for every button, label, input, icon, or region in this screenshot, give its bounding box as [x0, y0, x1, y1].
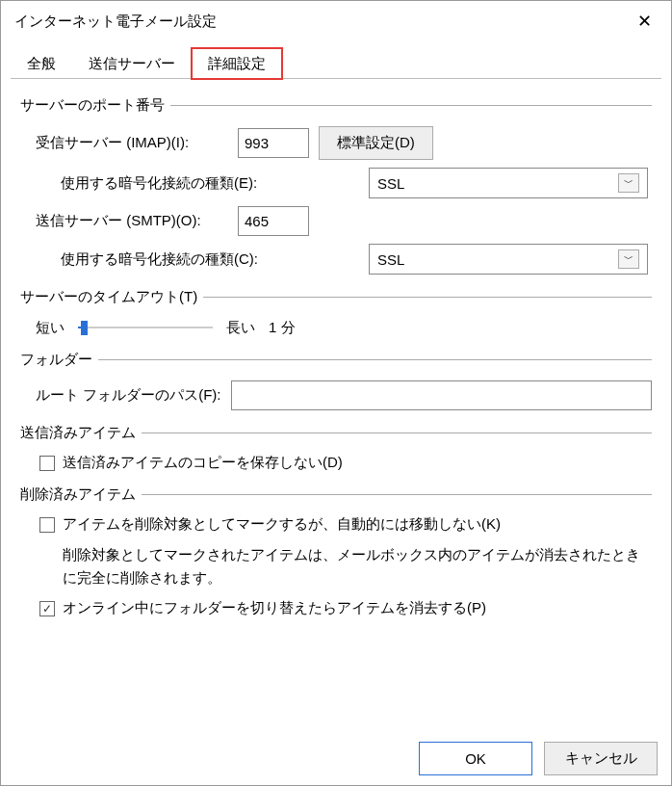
- outgoing-encryption-select[interactable]: SSL ﹀: [369, 244, 648, 275]
- section-timeout: サーバーのタイムアウト(T): [20, 288, 197, 306]
- timeout-short-label: 短い: [36, 319, 65, 337]
- dont-save-sent-checkbox[interactable]: [39, 456, 55, 471]
- dont-save-sent-label: 送信済みアイテムのコピーを保存しない(D): [63, 454, 343, 472]
- mark-delete-checkbox[interactable]: [39, 517, 55, 533]
- incoming-encryption-select[interactable]: SSL ﹀: [369, 168, 648, 198]
- timeout-long-label: 長い: [226, 319, 255, 337]
- root-folder-input[interactable]: [231, 380, 653, 410]
- mark-delete-label: アイテムを削除対象としてマークするが、自動的には移動しない(K): [63, 515, 501, 534]
- outgoing-encryption-value: SSL: [377, 251, 404, 268]
- smtp-port-input[interactable]: [238, 206, 309, 236]
- section-sent-items: 送信済みアイテム: [20, 424, 136, 442]
- root-folder-label: ルート フォルダーのパス(F):: [36, 386, 221, 405]
- timeout-slider[interactable]: [78, 318, 213, 337]
- mark-delete-help: 削除対象としてマークされたアイテムは、メールボックス内のアイテムが消去されたとき…: [63, 543, 652, 590]
- section-deleted-items: 削除済みアイテム: [20, 485, 136, 504]
- ok-button[interactable]: OK: [419, 742, 532, 775]
- incoming-encryption-label: 使用する暗号化接続の種類(E):: [61, 174, 359, 193]
- divider: [203, 297, 652, 298]
- section-folders: フォルダー: [20, 351, 92, 369]
- purge-on-switch-checkbox[interactable]: ✓: [39, 601, 55, 616]
- divider: [142, 494, 652, 495]
- incoming-encryption-value: SSL: [377, 175, 404, 192]
- smtp-port-label: 送信サーバー (SMTP)(O):: [36, 212, 228, 230]
- tab-general[interactable]: 全般: [11, 48, 72, 79]
- outgoing-encryption-label: 使用する暗号化接続の種類(C):: [61, 250, 359, 269]
- window-title: インターネット電子メール設定: [14, 13, 217, 31]
- chevron-down-icon: ﹀: [618, 249, 639, 269]
- tab-advanced[interactable]: 詳細設定: [192, 48, 282, 79]
- imap-port-input[interactable]: [238, 128, 309, 158]
- slider-track: [78, 327, 213, 328]
- purge-on-switch-label: オンライン中にフォルダーを切り替えたらアイテムを消去する(P): [63, 599, 486, 617]
- cancel-button[interactable]: キャンセル: [544, 742, 658, 775]
- tab-outgoing-server[interactable]: 送信サーバー: [72, 48, 192, 79]
- section-server-ports: サーバーのポート番号: [20, 96, 165, 115]
- defaults-button[interactable]: 標準設定(D): [319, 126, 433, 160]
- close-icon[interactable]: ✕: [632, 9, 658, 34]
- imap-port-label: 受信サーバー (IMAP)(I):: [36, 134, 228, 152]
- divider: [98, 359, 652, 360]
- slider-thumb[interactable]: [81, 321, 88, 335]
- divider: [170, 105, 652, 106]
- timeout-value: 1 分: [269, 319, 296, 337]
- divider: [142, 432, 652, 433]
- chevron-down-icon: ﹀: [618, 173, 639, 193]
